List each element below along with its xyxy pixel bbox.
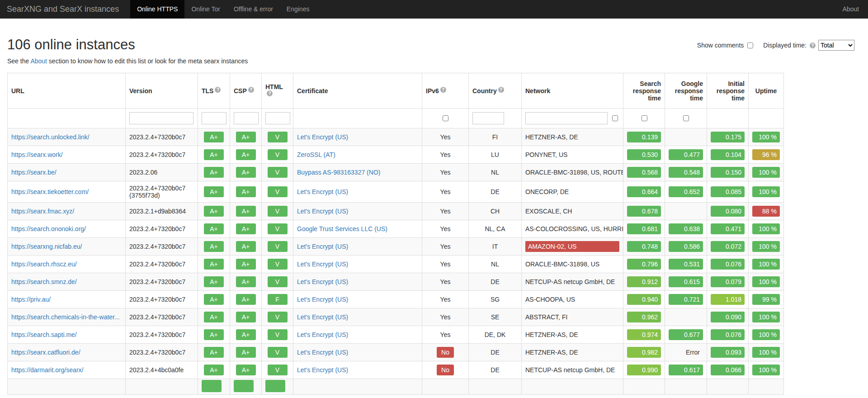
nav-about-link[interactable]: About bbox=[833, 0, 868, 19]
csp-grade-badge[interactable]: A+ bbox=[236, 347, 256, 358]
certificate-link[interactable]: Buypass AS-983163327 (NO) bbox=[297, 169, 380, 176]
tls-grade-badge[interactable]: A+ bbox=[204, 276, 224, 287]
html-grade-badge[interactable]: V bbox=[268, 329, 288, 340]
show-comments-checkbox[interactable] bbox=[747, 43, 753, 48]
csp-grade-badge[interactable]: A+ bbox=[236, 149, 256, 160]
html-grade-badge[interactable]: V bbox=[268, 365, 288, 375]
url-link[interactable]: https://searx.tiekoetter.com/ bbox=[11, 188, 89, 195]
url-link[interactable]: https://search.sapti.me/ bbox=[11, 331, 77, 338]
certificate-link[interactable]: Let's Encrypt (US) bbox=[297, 208, 348, 215]
tls-grade-badge[interactable]: A+ bbox=[204, 329, 224, 340]
col-header-certificate[interactable]: Certificate bbox=[293, 73, 422, 109]
certificate-link[interactable]: ZeroSSL (AT) bbox=[297, 151, 335, 158]
url-link[interactable]: https://searx.catfluori.de/ bbox=[11, 349, 80, 356]
tls-grade-badge[interactable]: A+ bbox=[204, 294, 224, 305]
html-grade-badge[interactable]: V bbox=[268, 276, 288, 287]
url-link[interactable]: https://searx.work/ bbox=[11, 151, 63, 158]
certificate-link[interactable]: Let's Encrypt (US) bbox=[297, 188, 348, 195]
url-link[interactable]: https://search.rhscz.eu/ bbox=[11, 261, 77, 268]
certificate-link[interactable]: Let's Encrypt (US) bbox=[297, 331, 348, 338]
html-grade-badge[interactable]: V bbox=[268, 186, 288, 197]
html-filter-input[interactable] bbox=[265, 112, 290, 124]
tls-grade-badge[interactable]: A+ bbox=[204, 149, 224, 160]
html-grade-badge[interactable]: V bbox=[268, 347, 288, 358]
html-grade-badge[interactable]: V bbox=[268, 149, 288, 160]
certificate-link[interactable]: Google Trust Services LLC (US) bbox=[297, 225, 387, 232]
url-link[interactable]: https://search.ononoki.org/ bbox=[11, 225, 86, 232]
tls-grade-badge[interactable]: A+ bbox=[204, 223, 224, 234]
tls-grade-badge[interactable]: A+ bbox=[204, 259, 224, 270]
csp-grade-badge[interactable]: A+ bbox=[236, 223, 256, 234]
tab-online-https[interactable]: Online HTTPS bbox=[130, 0, 184, 19]
csp-filter-input[interactable] bbox=[234, 112, 259, 124]
col-header-url[interactable]: URL bbox=[8, 73, 126, 109]
csp-grade-badge[interactable]: A+ bbox=[236, 276, 256, 287]
certificate-link[interactable]: Let's Encrypt (US) bbox=[297, 296, 348, 303]
col-header-search-response-time[interactable]: Search response time bbox=[623, 73, 665, 109]
col-header-google-response-time[interactable]: Google response time bbox=[665, 73, 707, 109]
tab-online-tor[interactable]: Online Tor bbox=[184, 0, 227, 19]
url-link[interactable]: https://searx.fmac.xyz/ bbox=[11, 208, 74, 215]
html-grade-badge[interactable]: V bbox=[268, 241, 288, 252]
csp-grade-badge[interactable]: A+ bbox=[236, 186, 256, 197]
certificate-link[interactable]: Let's Encrypt (US) bbox=[297, 278, 348, 285]
csp-grade-badge[interactable]: A+ bbox=[236, 241, 256, 252]
html-grade-badge[interactable]: V bbox=[268, 259, 288, 270]
tab-engines[interactable]: Engines bbox=[280, 0, 316, 19]
col-header-country[interactable]: Country? bbox=[469, 73, 522, 109]
html-grade-badge[interactable]: V bbox=[268, 206, 288, 217]
html-grade-badge[interactable]: F bbox=[268, 294, 288, 305]
col-header-version[interactable]: Version bbox=[126, 73, 198, 109]
tls-filter-input[interactable] bbox=[202, 112, 226, 124]
col-header-ipv6[interactable]: IPv6? bbox=[422, 73, 469, 109]
csp-grade-badge[interactable]: A+ bbox=[236, 312, 256, 322]
displayed-time-select[interactable]: Total bbox=[818, 40, 854, 51]
certificate-link[interactable]: Let's Encrypt (US) bbox=[297, 133, 348, 141]
certificate-link[interactable]: Let's Encrypt (US) bbox=[297, 366, 348, 374]
csp-grade-badge[interactable]: A+ bbox=[236, 259, 256, 270]
ipv6-filter-checkbox[interactable] bbox=[443, 115, 448, 121]
tls-grade-badge[interactable]: A+ bbox=[204, 365, 224, 375]
tls-grade-badge[interactable]: A+ bbox=[204, 312, 224, 322]
csp-grade-badge[interactable]: A+ bbox=[236, 167, 256, 178]
certificate-link[interactable]: Let's Encrypt (US) bbox=[297, 261, 348, 268]
certificate-link[interactable]: Let's Encrypt (US) bbox=[297, 313, 348, 321]
col-header-initial-response-time[interactable]: Initial response time bbox=[707, 73, 749, 109]
url-link[interactable]: https://search.unlocked.link/ bbox=[11, 133, 90, 141]
html-grade-badge[interactable]: V bbox=[268, 312, 288, 322]
url-link[interactable]: https://searx.be/ bbox=[11, 169, 57, 176]
csp-grade-badge[interactable]: A+ bbox=[236, 329, 256, 340]
url-link[interactable]: https://search.smnz.de/ bbox=[11, 278, 77, 285]
html-grade-badge[interactable]: V bbox=[268, 132, 288, 142]
tab-offline-error[interactable]: Offline & error bbox=[227, 0, 280, 19]
csp-grade-badge[interactable]: A+ bbox=[236, 365, 256, 375]
certificate-link[interactable]: Let's Encrypt (US) bbox=[297, 349, 348, 356]
version-filter-input[interactable] bbox=[129, 112, 193, 124]
country-filter-input[interactable] bbox=[472, 112, 504, 124]
csp-grade-badge[interactable]: A+ bbox=[236, 132, 256, 142]
network-filter-input[interactable] bbox=[525, 112, 608, 124]
col-header-uptime[interactable]: Uptime bbox=[749, 73, 784, 109]
tls-grade-badge[interactable]: A+ bbox=[204, 347, 224, 358]
url-link[interactable]: https://priv.au/ bbox=[11, 296, 51, 303]
col-header-tls[interactable]: TLS? bbox=[198, 73, 230, 109]
col-header-network[interactable]: Network bbox=[522, 73, 623, 109]
csp-grade-badge[interactable]: A+ bbox=[236, 294, 256, 305]
csp-grade-badge[interactable]: A+ bbox=[236, 206, 256, 217]
google-rt-filter-checkbox[interactable] bbox=[683, 115, 689, 121]
html-grade-badge[interactable]: V bbox=[268, 223, 288, 234]
url-link[interactable]: https://search.chemicals-in-the-water... bbox=[11, 313, 120, 321]
network-filter-checkbox[interactable] bbox=[612, 115, 618, 121]
about-link[interactable]: About bbox=[30, 57, 47, 65]
tls-grade-badge[interactable]: A+ bbox=[204, 186, 224, 197]
tls-grade-badge[interactable]: A+ bbox=[204, 241, 224, 252]
tls-grade-badge[interactable]: A+ bbox=[204, 206, 224, 217]
tls-grade-badge[interactable]: A+ bbox=[204, 167, 224, 178]
col-header-html[interactable]: HTML? bbox=[262, 73, 293, 109]
url-link[interactable]: https://darmarit.org/searx/ bbox=[11, 366, 84, 374]
html-grade-badge[interactable]: V bbox=[268, 167, 288, 178]
certificate-link[interactable]: Let's Encrypt (US) bbox=[297, 243, 348, 250]
search-rt-filter-checkbox[interactable] bbox=[642, 115, 647, 121]
tls-grade-badge[interactable]: A+ bbox=[204, 132, 224, 142]
col-header-csp[interactable]: CSP? bbox=[230, 73, 262, 109]
